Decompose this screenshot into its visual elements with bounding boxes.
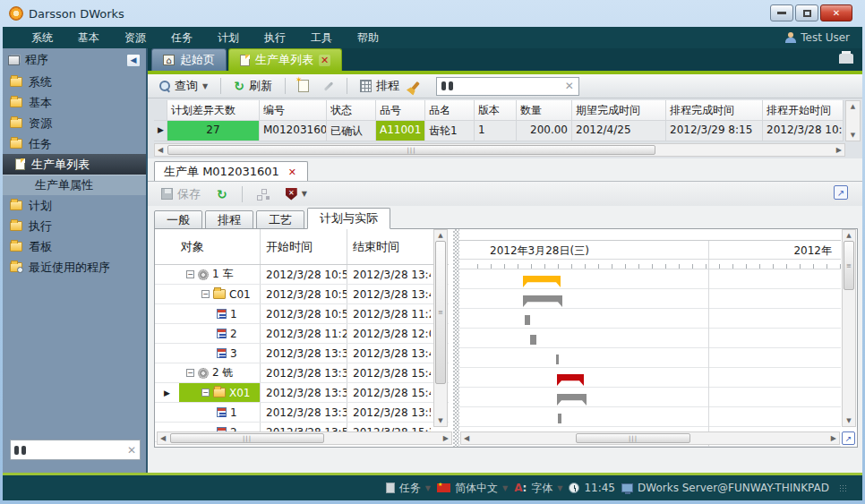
edit-button[interactable] [319,83,338,90]
tree-row-6[interactable]: ▶−X012012/3/28 13:302012/3/28 15:40 [155,383,449,403]
tree-row-0[interactable]: −1 车2012/3/28 10:522012/3/28 13:40 [155,265,449,285]
sidebar-collapse-button[interactable]: ◀ [126,54,141,67]
menu-item-4[interactable]: 计划 [205,28,252,48]
column-header-4[interactable]: 品名 [425,100,475,121]
column-header-8[interactable]: 排程完成时间 [666,100,763,121]
menu-item-1[interactable]: 基本 [65,28,112,48]
sidebar-item-8[interactable]: 看板 [3,236,146,257]
gantt-bar-3[interactable] [530,335,536,345]
collapse-node-icon[interactable]: − [201,389,210,397]
gantt-vscrollbar[interactable]: ▲ ≡ ▼ [842,229,856,427]
tab-order-list[interactable]: 生产单列表 ✕ [228,48,342,71]
collapse-node-icon[interactable]: − [186,270,194,278]
cell-9[interactable]: 2012/3/28 10:52 [763,121,844,141]
menu-item-7[interactable]: 帮助 [345,28,391,48]
tree-hscrollbar[interactable]: ◀ ||| ▶ [157,431,452,445]
schedule-button[interactable]: 排程 [355,76,404,96]
new-button[interactable] [294,78,313,94]
sidebar-search-input[interactable] [30,444,124,457]
subtab-3[interactable]: 计划与实际 [307,208,390,229]
orders-grid-row[interactable]: ▶27M012031601已确认A11001齿轮11200.002012/4/2… [154,121,845,141]
collapse-node-icon[interactable]: − [201,290,210,298]
printer-icon[interactable] [839,54,853,64]
query-button[interactable]: 查询 ▼ [155,76,212,96]
gantt-bar-5[interactable] [557,374,584,386]
orders-hscrollbar[interactable]: ◀ ||| ▶ [154,143,845,157]
tree-row-3[interactable]: 22012/3/28 11:222012/3/28 12:00 [155,324,449,344]
menu-item-6[interactable]: 工具 [298,28,345,48]
tree-object-cell[interactable]: −2 铣 [179,363,261,382]
menu-item-5[interactable]: 执行 [252,28,298,48]
cell-7[interactable]: 2012/4/25 [572,121,666,141]
subtab-0[interactable]: 一般 [154,210,202,229]
gantt-bar-2[interactable] [525,315,530,325]
tree-object-cell[interactable]: 3 [179,344,261,363]
tab-close-icon[interactable]: ✕ [319,55,330,66]
gantt-hscrollbar[interactable]: ◀ ||| ▶ [460,431,840,445]
gantt-bar-7[interactable] [558,414,561,423]
column-header-9[interactable]: 排程开始时间 [763,100,844,121]
column-header-7[interactable]: 期望完成时间 [572,100,666,121]
column-header-6[interactable]: 数量 [517,100,572,121]
cell-3[interactable]: A11001 [376,121,425,141]
collapse-node-icon[interactable]: − [186,369,194,377]
gantt-bar-1[interactable] [523,295,562,307]
tree-column-header-2[interactable]: 结束时间 [347,229,431,264]
tree-object-cell[interactable]: 1 [179,403,261,422]
tree-column-header-1[interactable]: 开始时间 [261,229,347,264]
tree-object-cell[interactable]: 1 [179,304,261,323]
cell-0[interactable]: 27 [167,121,260,141]
sidebar-item-5[interactable]: 生产单属性 [3,175,146,195]
sidebar-item-2[interactable]: 资源 [3,113,146,133]
sidebar-item-6[interactable]: 计划 [3,195,146,216]
column-header-1[interactable]: 编号 [260,100,327,121]
sidebar-item-3[interactable]: 任务 [3,133,146,154]
split-handle[interactable] [453,229,459,447]
validate-button[interactable]: ✕ ▼ [281,186,312,202]
status-font[interactable]: A: 字体▼ [514,481,562,496]
cell-2[interactable]: 已确认 [327,121,376,141]
sidebar-item-1[interactable]: 基本 [3,92,146,113]
column-header-3[interactable]: 品号 [376,100,425,121]
order-detail-tab[interactable]: 生产单 M012031601 ✕ [154,161,308,182]
subtab-2[interactable]: 工艺 [256,210,304,229]
close-button[interactable]: ✕ [820,4,852,21]
save-button[interactable]: 保存 [157,184,205,204]
menu-item-0[interactable]: 系统 [19,28,65,48]
gantt-bar-6[interactable] [557,394,587,406]
tree-vscrollbar[interactable]: ▲ ≡ ▼ [433,229,448,427]
tree-row-2[interactable]: 12012/3/28 10:522012/3/28 11:22 [155,304,449,324]
minimize-button[interactable] [770,4,793,21]
cell-4[interactable]: 齿轮1 [425,121,475,141]
refresh-button[interactable]: ↻ 刷新 [229,76,277,96]
resize-grip[interactable] [839,484,846,491]
subtab-1[interactable]: 排程 [205,210,253,229]
cell-5[interactable]: 1 [475,121,517,141]
sidebar-item-7[interactable]: 执行 [3,216,146,236]
sidebar-item-9[interactable]: 最近使用的程序 [3,257,146,278]
cell-6[interactable]: 200.00 [517,121,572,141]
tab-home[interactable]: ⌂ 起始页 [151,48,227,71]
query-dropdown-icon[interactable]: ▼ [202,82,208,90]
column-header-5[interactable]: 版本 [475,100,517,121]
cell-1[interactable]: M012031601 [260,121,327,141]
tree-row-4[interactable]: 32012/3/28 13:302012/3/28 13:40 [155,344,449,363]
tree-row-5[interactable]: −2 铣2012/3/28 13:302012/3/28 15:40 [155,363,449,383]
validate-dropdown-icon[interactable]: ▼ [302,190,307,198]
tree-row-7[interactable]: 12012/3/28 13:302012/3/28 13:50 [155,403,449,423]
popout-button[interactable]: ↗ [834,185,848,200]
tree-column-header-0[interactable]: 对象 [179,229,261,264]
clean-button[interactable] [409,80,431,92]
detail-tab-close-icon[interactable]: ✕ [287,167,298,178]
status-language[interactable]: 简体中文▼ [437,481,508,496]
toolbar-search-input[interactable] [458,80,561,93]
tree-object-cell[interactable]: −1 车 [179,265,261,284]
orders-vscrollbar[interactable]: ▲▼ [845,100,861,141]
tree-row-1[interactable]: −C012012/3/28 10:522012/3/28 13:40 [155,285,449,304]
restore-button[interactable] [795,4,818,21]
column-header-0[interactable]: 计划差异天数 [167,100,260,121]
sidebar-item-4[interactable]: 生产单列表 [3,154,146,175]
user-badge[interactable]: Test User [785,31,850,44]
gantt-bar-0[interactable] [523,276,561,287]
clear-search-icon[interactable]: ✕ [565,80,574,92]
